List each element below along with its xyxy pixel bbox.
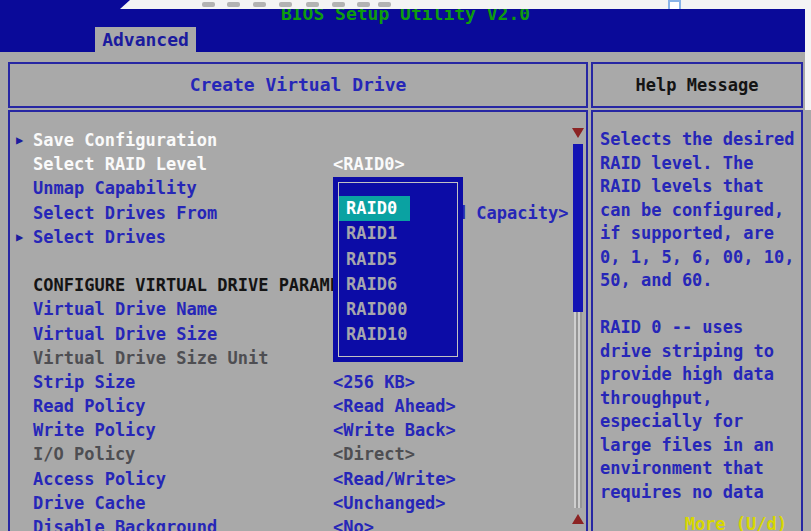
option-row[interactable]: Unmap Capability xyxy=(10,176,570,200)
option-label: Virtual Drive Size xyxy=(33,322,217,346)
option-row[interactable]: Virtual Drive Size Unit xyxy=(10,346,570,370)
raid-option-label: RAID10 xyxy=(339,322,420,347)
option-value: <RAID0> xyxy=(333,152,405,176)
option-row[interactable]: Virtual Drive Size xyxy=(10,322,570,346)
option-value: <Read Ahead> xyxy=(333,394,456,418)
raid-option-label: RAID1 xyxy=(339,221,410,246)
scrollbar[interactable] xyxy=(572,128,584,531)
bios-setup-screen: BIOS Setup Utility V2.0 Advanced Create … xyxy=(0,0,811,531)
help-line: 0, 1, 5, 6, 00, 10, xyxy=(600,246,799,270)
help-panel: Selects the desiredRAID level. TheRAID l… xyxy=(591,110,803,531)
help-line: requires no data xyxy=(600,481,799,505)
toolbar-icon[interactable] xyxy=(253,2,266,7)
raid-option-label: RAID00 xyxy=(339,297,420,322)
option-label: Read Policy xyxy=(33,394,146,418)
raid-option-raid10[interactable]: RAID10 xyxy=(339,322,457,347)
option-row[interactable]: Read Policy<Read Ahead> xyxy=(10,394,570,418)
raid-option-raid0[interactable]: RAID0 xyxy=(339,196,457,221)
raid-option-label: RAID5 xyxy=(339,247,410,272)
option-value: <No> xyxy=(333,515,374,531)
help-line: drive striping to xyxy=(600,340,799,364)
help-line: can be configured, xyxy=(600,199,799,223)
help-line: throughput, xyxy=(600,387,799,411)
scroll-down-icon[interactable] xyxy=(572,128,584,138)
option-row[interactable]: Strip Size<256 KB> xyxy=(10,370,570,394)
option-label: Select Drives From xyxy=(33,201,217,225)
option-value: <Read/Write> xyxy=(333,467,456,491)
option-value: <256 KB> xyxy=(333,370,415,394)
option-label: Select RAID Level xyxy=(33,152,207,176)
option-row[interactable]: ▶Select Drives xyxy=(10,225,570,249)
help-line: RAID 0 -- uses xyxy=(600,316,799,340)
option-row[interactable]: I/O Policy<Direct> xyxy=(10,442,570,466)
raid-option-label: RAID6 xyxy=(339,272,410,297)
help-text: Selects the desiredRAID level. TheRAID l… xyxy=(600,128,799,504)
option-row-spacer xyxy=(10,249,570,273)
tab-advanced[interactable]: Advanced xyxy=(95,27,196,52)
vnc-window-edge xyxy=(805,0,811,110)
help-line: RAID levels that xyxy=(600,175,799,199)
option-row[interactable]: Select RAID Level<RAID0> xyxy=(10,152,570,176)
option-row[interactable]: Access Policy<Read/Write> xyxy=(10,467,570,491)
help-line: if supported, are xyxy=(600,222,799,246)
scrollbar-thumb[interactable] xyxy=(573,144,583,312)
toolbar-icon[interactable] xyxy=(227,2,240,7)
option-label: Write Policy xyxy=(33,418,156,442)
help-line-spacer xyxy=(600,293,799,317)
option-label: Select Drives xyxy=(33,225,166,249)
toolbar-icon[interactable] xyxy=(279,2,292,7)
toolbar-icon[interactable] xyxy=(306,2,319,7)
scroll-up-icon[interactable] xyxy=(572,514,584,524)
option-row[interactable]: Virtual Drive Name xyxy=(10,297,570,321)
option-row[interactable]: Disable Background<No> xyxy=(10,515,570,531)
option-panel: ▶Save ConfigurationSelect RAID Level<RAI… xyxy=(8,110,588,531)
option-label: Disable Background xyxy=(33,515,217,531)
raid-option-raid00[interactable]: RAID00 xyxy=(339,297,457,322)
option-value: <Direct> xyxy=(333,442,415,466)
option-value: <Write Back> xyxy=(333,418,456,442)
help-more-label: More (U/d) xyxy=(685,514,787,531)
option-row[interactable]: CONFIGURE VIRTUAL DRIVE PARAMETERS: xyxy=(10,273,570,297)
toolbar-icon[interactable] xyxy=(332,2,345,7)
option-label: Virtual Drive Name xyxy=(33,297,217,321)
vnc-toolbar xyxy=(112,0,811,9)
raid-option-label: RAID0 xyxy=(339,196,410,221)
help-line: large files in an xyxy=(600,434,799,458)
left-panel-header: Create Virtual Drive xyxy=(8,62,588,108)
option-row[interactable]: ▶Save Configuration xyxy=(10,128,570,152)
option-label: I/O Policy xyxy=(33,442,135,466)
option-label: Unmap Capability xyxy=(33,176,197,200)
submenu-arrow-icon: ▶ xyxy=(16,225,23,249)
help-line: 50, and 60. xyxy=(600,269,799,293)
help-line: RAID level. The xyxy=(600,152,799,176)
option-row[interactable]: Drive Cache<Unchanged> xyxy=(10,491,570,515)
option-label: Virtual Drive Size Unit xyxy=(33,346,268,370)
help-line: especially for xyxy=(600,410,799,434)
option-row[interactable]: Write Policy<Write Back> xyxy=(10,418,570,442)
raid-dropdown-list: RAID0RAID1RAID5RAID6RAID00RAID10 xyxy=(339,196,457,348)
help-panel-header: Help Message xyxy=(591,62,803,108)
toolbar-icon[interactable] xyxy=(357,2,370,7)
option-value: <Unchanged> xyxy=(333,491,446,515)
toolbar-icon[interactable] xyxy=(202,2,215,7)
submenu-arrow-icon: ▶ xyxy=(16,128,23,152)
option-list: ▶Save ConfigurationSelect RAID Level<RAI… xyxy=(10,128,570,531)
page-title: Create Virtual Drive xyxy=(10,64,586,106)
raid-option-raid6[interactable]: RAID6 xyxy=(339,272,457,297)
option-label: Strip Size xyxy=(33,370,135,394)
help-line: provide high data xyxy=(600,363,799,387)
toolbar-icon[interactable] xyxy=(378,2,391,7)
raid-level-dropdown: RAID0RAID1RAID5RAID6RAID00RAID10 xyxy=(333,177,463,362)
option-label: Save Configuration xyxy=(33,128,217,152)
help-line: Selects the desired xyxy=(600,128,799,152)
scrollbar-track[interactable] xyxy=(574,312,582,508)
help-title: Help Message xyxy=(593,64,801,106)
option-row[interactable]: Select Drives From<Unconfigured Capacity… xyxy=(10,201,570,225)
raid-option-raid5[interactable]: RAID5 xyxy=(339,247,457,272)
raid-option-raid1[interactable]: RAID1 xyxy=(339,221,457,246)
option-label: Drive Cache xyxy=(33,491,146,515)
option-label: Access Policy xyxy=(33,467,166,491)
help-line: environment that xyxy=(600,457,799,481)
